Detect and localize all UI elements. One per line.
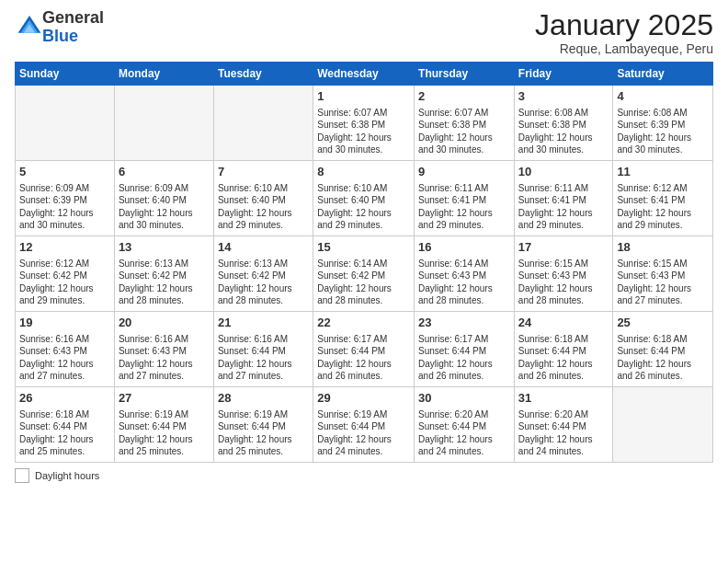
calendar-cell: 7Sunrise: 6:10 AMSunset: 6:40 PMDaylight…	[213, 161, 313, 236]
calendar-cell: 22Sunrise: 6:17 AMSunset: 6:44 PMDayligh…	[313, 312, 415, 387]
calendar-cell: 10Sunrise: 6:11 AMSunset: 6:41 PMDayligh…	[514, 161, 613, 236]
day-info: Sunset: 6:43 PM	[119, 345, 210, 358]
day-info: and 28 minutes.	[218, 294, 309, 307]
day-info: and 26 minutes.	[317, 370, 410, 383]
day-number: 12	[19, 239, 110, 256]
day-info: Sunrise: 6:20 AM	[418, 408, 510, 421]
day-number: 19	[19, 315, 110, 331]
day-info: Sunrise: 6:07 AM	[418, 107, 510, 120]
day-info: Daylight: 12 hours	[418, 207, 510, 220]
calendar-header-saturday: Saturday	[613, 63, 713, 86]
day-info: and 29 minutes.	[518, 219, 609, 232]
day-info: Sunset: 6:44 PM	[518, 345, 609, 358]
calendar-cell: 9Sunrise: 6:11 AMSunset: 6:41 PMDaylight…	[415, 161, 515, 236]
calendar-cell: 4Sunrise: 6:08 AMSunset: 6:39 PMDaylight…	[613, 86, 713, 161]
day-info: Sunset: 6:39 PM	[19, 194, 110, 207]
calendar-cell: 26Sunrise: 6:18 AMSunset: 6:44 PMDayligh…	[16, 387, 115, 463]
day-info: and 30 minutes.	[418, 144, 510, 156]
day-info: and 29 minutes.	[317, 219, 410, 232]
day-info: and 27 minutes.	[119, 370, 210, 383]
day-info: Daylight: 12 hours	[418, 132, 510, 144]
calendar-header-sunday: Sunday	[16, 63, 115, 86]
day-number: 1	[317, 88, 410, 105]
day-info: Sunset: 6:44 PM	[418, 420, 510, 433]
day-number: 22	[317, 315, 410, 331]
day-number: 29	[317, 390, 410, 407]
day-info: Sunset: 6:43 PM	[617, 270, 709, 282]
day-number: 21	[218, 315, 309, 331]
day-info: and 29 minutes.	[418, 219, 510, 232]
day-info: Sunrise: 6:14 AM	[317, 258, 410, 270]
calendar-cell: 12Sunrise: 6:12 AMSunset: 6:42 PMDayligh…	[16, 236, 115, 312]
calendar-header-wednesday: Wednesday	[313, 63, 415, 86]
footer: Daylight hours	[15, 468, 713, 483]
day-info: Sunrise: 6:19 AM	[119, 408, 210, 421]
header: General Blue January 2025 Reque, Lambaye…	[15, 9, 713, 56]
day-info: Daylight: 12 hours	[119, 282, 210, 295]
day-info: Daylight: 12 hours	[617, 282, 709, 295]
day-info: Sunset: 6:44 PM	[19, 420, 110, 433]
day-number: 24	[518, 315, 609, 331]
day-info: Daylight: 12 hours	[218, 282, 309, 295]
day-info: Daylight: 12 hours	[418, 358, 510, 371]
day-info: Sunrise: 6:16 AM	[19, 333, 110, 346]
calendar-cell	[16, 86, 115, 161]
calendar-week-row: 19Sunrise: 6:16 AMSunset: 6:43 PMDayligh…	[16, 312, 713, 387]
day-info: Sunset: 6:44 PM	[518, 420, 609, 433]
day-info: Sunrise: 6:12 AM	[19, 258, 110, 270]
day-info: Sunset: 6:40 PM	[218, 194, 309, 207]
day-number: 8	[317, 164, 410, 180]
page: General Blue January 2025 Reque, Lambaye…	[0, 0, 728, 563]
day-info: and 29 minutes.	[218, 219, 309, 232]
day-info: Sunset: 6:42 PM	[317, 270, 410, 282]
daylight-box	[15, 468, 29, 483]
day-number: 14	[218, 239, 309, 256]
day-number: 17	[518, 239, 609, 256]
day-info: and 28 minutes.	[317, 294, 410, 307]
calendar-header-row: SundayMondayTuesdayWednesdayThursdayFrid…	[16, 63, 713, 86]
day-info: Sunset: 6:38 PM	[317, 119, 410, 132]
calendar-cell: 27Sunrise: 6:19 AMSunset: 6:44 PMDayligh…	[114, 387, 213, 463]
calendar-cell: 25Sunrise: 6:18 AMSunset: 6:44 PMDayligh…	[613, 312, 713, 387]
calendar-cell: 30Sunrise: 6:20 AMSunset: 6:44 PMDayligh…	[415, 387, 515, 463]
calendar-cell: 3Sunrise: 6:08 AMSunset: 6:38 PMDaylight…	[514, 86, 613, 161]
location: Reque, Lambayeque, Peru	[535, 41, 713, 56]
day-info: Sunset: 6:44 PM	[218, 345, 309, 358]
calendar-cell	[114, 86, 213, 161]
calendar-cell: 14Sunrise: 6:13 AMSunset: 6:42 PMDayligh…	[213, 236, 313, 312]
day-number: 20	[119, 315, 210, 331]
day-info: Sunrise: 6:09 AM	[119, 182, 210, 195]
day-info: Daylight: 12 hours	[518, 433, 609, 446]
day-info: Sunrise: 6:18 AM	[617, 333, 709, 346]
day-info: Daylight: 12 hours	[518, 282, 609, 295]
day-info: Sunset: 6:44 PM	[218, 420, 309, 433]
day-info: Daylight: 12 hours	[19, 207, 110, 220]
day-info: Sunrise: 6:10 AM	[218, 182, 309, 195]
month-title: January 2025	[535, 9, 713, 41]
day-info: Daylight: 12 hours	[518, 207, 609, 220]
calendar-cell: 23Sunrise: 6:17 AMSunset: 6:44 PMDayligh…	[415, 312, 515, 387]
day-info: Sunset: 6:38 PM	[518, 119, 609, 132]
day-info: Daylight: 12 hours	[218, 207, 309, 220]
day-info: Sunset: 6:41 PM	[617, 194, 709, 207]
day-info: Sunrise: 6:15 AM	[617, 258, 709, 270]
calendar-cell	[613, 387, 713, 463]
calendar-cell: 18Sunrise: 6:15 AMSunset: 6:43 PMDayligh…	[613, 236, 713, 312]
day-info: Daylight: 12 hours	[317, 358, 410, 371]
calendar-cell: 6Sunrise: 6:09 AMSunset: 6:40 PMDaylight…	[114, 161, 213, 236]
day-info: and 29 minutes.	[617, 219, 709, 232]
calendar-cell: 19Sunrise: 6:16 AMSunset: 6:43 PMDayligh…	[16, 312, 115, 387]
day-info: Sunrise: 6:15 AM	[518, 258, 609, 270]
logo-blue-text: Blue	[42, 27, 78, 45]
calendar-cell: 28Sunrise: 6:19 AMSunset: 6:44 PMDayligh…	[213, 387, 313, 463]
calendar-week-row: 1Sunrise: 6:07 AMSunset: 6:38 PMDaylight…	[16, 86, 713, 161]
day-info: Daylight: 12 hours	[617, 358, 709, 371]
day-info: Sunset: 6:41 PM	[418, 194, 510, 207]
day-info: Daylight: 12 hours	[418, 433, 510, 446]
day-number: 16	[418, 239, 510, 256]
day-info: Sunset: 6:44 PM	[617, 345, 709, 358]
day-info: and 25 minutes.	[19, 445, 110, 458]
calendar-cell: 17Sunrise: 6:15 AMSunset: 6:43 PMDayligh…	[514, 236, 613, 312]
day-info: and 29 minutes.	[19, 294, 110, 307]
day-info: Sunset: 6:40 PM	[317, 194, 410, 207]
